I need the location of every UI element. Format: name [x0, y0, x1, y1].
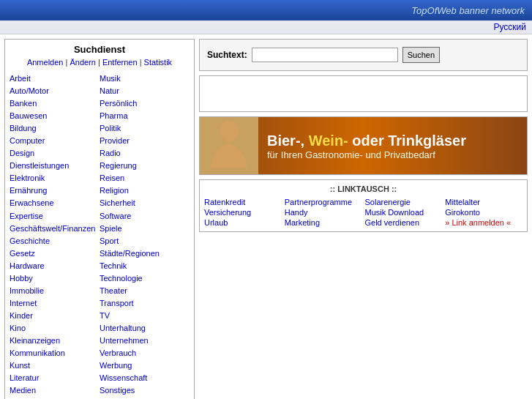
category-link[interactable]: Computer [10, 135, 100, 147]
category-link[interactable]: Pharma [100, 110, 190, 122]
category-link[interactable]: Provider [100, 135, 190, 147]
category-link[interactable]: Immobilie [10, 285, 100, 297]
category-link[interactable]: Sport [100, 235, 190, 247]
link-exchange-item[interactable]: Urlaub [204, 218, 282, 227]
entfernen-link[interactable]: Entfernen [102, 58, 138, 67]
category-link[interactable]: Gesetz [10, 247, 100, 260]
aendern-link[interactable]: Ändern [70, 58, 95, 67]
category-link[interactable]: Banken [10, 97, 100, 110]
link-exchange-item[interactable]: Girokonto [445, 208, 522, 217]
category-link[interactable]: Elektronik [10, 172, 100, 184]
category-link[interactable]: Literatur [10, 372, 100, 384]
link-exchange-item[interactable]: » Link anmelden « [445, 218, 522, 227]
statistik-link[interactable]: Statistik [144, 58, 173, 67]
category-link[interactable]: Reisen [100, 172, 190, 184]
link-exchange-title: :: LINKTAUSCH :: [204, 184, 522, 193]
directory-nav: Anmelden | Ändern | Entfernen | Statisti… [10, 58, 190, 67]
category-link[interactable]: Verbrauch [100, 347, 190, 359]
anmelden-link[interactable]: Anmelden [27, 58, 64, 67]
banner-main-text: Bier-, Wein- oder Trinkgläser [267, 132, 518, 149]
top-banner: TopOfWeb banner network [0, 0, 532, 20]
category-column-right: MusikNaturPersönlichPharmaPolitikProvide… [100, 72, 190, 399]
category-link[interactable]: Werbung [100, 359, 190, 372]
category-link[interactable]: Software [100, 210, 190, 223]
banner-ad-text: Bier-, Wein- oder Trinkgläser für Ihren … [258, 126, 527, 166]
link-exchange-item[interactable]: Musik Download [365, 208, 443, 217]
category-link[interactable]: Unterhaltung [100, 322, 190, 335]
banner-text-bier: Bier-, [267, 133, 309, 149]
category-link[interactable]: Arbeit [10, 72, 100, 85]
category-link[interactable]: Hardware [10, 260, 100, 272]
nav-sep-3: | [138, 58, 144, 67]
category-link[interactable]: Sonstiges [100, 384, 190, 397]
category-link[interactable]: Radio [100, 147, 190, 160]
directory-title: Suchdienst [10, 44, 190, 55]
banner-ad-image [200, 116, 258, 175]
link-exchange-item[interactable]: Solarenergie [365, 198, 443, 206]
category-link[interactable]: Kleinanzeigen [10, 335, 100, 347]
banner-sub-text: für Ihren Gastronomie- und Privatbedarf [267, 149, 518, 160]
russian-lang-link[interactable]: Русский [493, 22, 526, 32]
category-link[interactable]: Religion [100, 184, 190, 197]
category-link[interactable]: Technologie [100, 272, 190, 285]
link-exchange-item[interactable]: Marketing [285, 218, 362, 227]
link-grid: RatenkreditPartnerprogrammeSolarenergieM… [204, 198, 522, 227]
category-link[interactable]: Sicherheit [100, 197, 190, 209]
category-link[interactable]: Theater [100, 285, 190, 297]
banner-text-wein: Wein- [309, 133, 348, 149]
category-link[interactable]: Spiele [100, 223, 190, 235]
category-link[interactable]: Bauwesen [10, 110, 100, 122]
category-columns: ArbeitAuto/MotorBankenBauwesenBildungCom… [10, 72, 190, 399]
category-link[interactable]: Erwachsene [10, 197, 100, 209]
category-link[interactable]: Natur [100, 85, 190, 97]
left-panel: Suchdienst Anmelden | Ändern | Entfernen… [4, 39, 195, 399]
link-exchange-item[interactable]: Partnerprogramme [285, 198, 362, 206]
category-link[interactable]: Wissenschaft [100, 372, 190, 384]
category-link[interactable]: Transport [100, 297, 190, 310]
category-link[interactable]: Kinder [10, 310, 100, 322]
category-link[interactable]: Geschäftswelt/Finanzen [10, 223, 100, 235]
link-exchange-item[interactable]: Geld verdienen [365, 218, 443, 227]
category-link[interactable]: Dienstleistungen [10, 160, 100, 172]
category-link[interactable]: Unternehmen [100, 335, 190, 347]
search-input[interactable] [252, 48, 398, 62]
category-link[interactable]: Kino [10, 322, 100, 335]
category-link[interactable]: Design [10, 147, 100, 160]
category-link[interactable]: Internet [10, 297, 100, 310]
category-link[interactable]: Ernährung [10, 184, 100, 197]
category-link[interactable]: Auto/Motor [10, 85, 100, 97]
link-exchange-item[interactable]: Handy [285, 208, 362, 217]
search-button[interactable]: Suchen [402, 47, 440, 63]
link-exchange-item[interactable]: Mittelalter [445, 198, 522, 206]
category-link[interactable]: Kunst [10, 359, 100, 372]
search-box: Suchtext: Suchen [199, 39, 528, 71]
svg-point-0 [220, 121, 238, 141]
link-exchange: :: LINKTAUSCH :: RatenkreditPartnerprogr… [199, 179, 528, 232]
link-exchange-item[interactable]: Versicherung [204, 208, 282, 217]
category-link[interactable]: Politik [100, 122, 190, 135]
category-link[interactable]: Persönlich [100, 97, 190, 110]
category-link[interactable]: Bildung [10, 122, 100, 135]
category-link[interactable]: Geschichte [10, 235, 100, 247]
person-silhouette-icon [207, 120, 251, 171]
banner-text-oder: oder [348, 133, 388, 149]
category-link[interactable]: Technik [100, 260, 190, 272]
category-column-left: ArbeitAuto/MotorBankenBauwesenBildungCom… [10, 72, 100, 399]
right-panel: Suchtext: Suchen Bier-, Wein- oder Trink… [199, 39, 528, 399]
search-label: Suchtext: [207, 50, 247, 60]
category-link[interactable]: Medien [10, 384, 100, 397]
category-link[interactable]: Expertise [10, 210, 100, 223]
category-link[interactable]: Musik [100, 72, 190, 85]
banner-ad[interactable]: Bier-, Wein- oder Trinkgläser für Ihren … [199, 116, 528, 175]
banner-text-trinkglaeser: Trinkgläser [388, 133, 466, 149]
link-exchange-item[interactable]: Ratenkredit [204, 198, 282, 206]
category-link[interactable]: Regierung [100, 160, 190, 172]
result-area [199, 75, 528, 112]
category-link[interactable]: TV [100, 310, 190, 322]
category-link[interactable]: Städte/Regionen [100, 247, 190, 260]
category-link[interactable]: Kommunikation [10, 347, 100, 359]
category-link[interactable]: Hobby [10, 272, 100, 285]
nav-sep-2: | [96, 58, 102, 67]
main-layout: Suchdienst Anmelden | Ändern | Entfernen… [0, 34, 532, 399]
banner-network-label: TopOfWeb banner network [411, 5, 525, 16]
